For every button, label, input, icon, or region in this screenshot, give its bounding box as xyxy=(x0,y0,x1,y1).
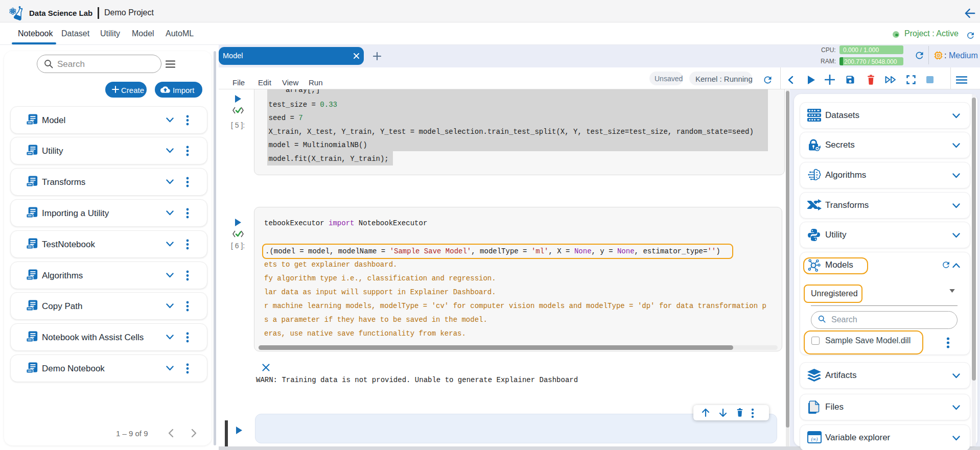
svg-text:(∞): (∞) xyxy=(811,437,818,442)
